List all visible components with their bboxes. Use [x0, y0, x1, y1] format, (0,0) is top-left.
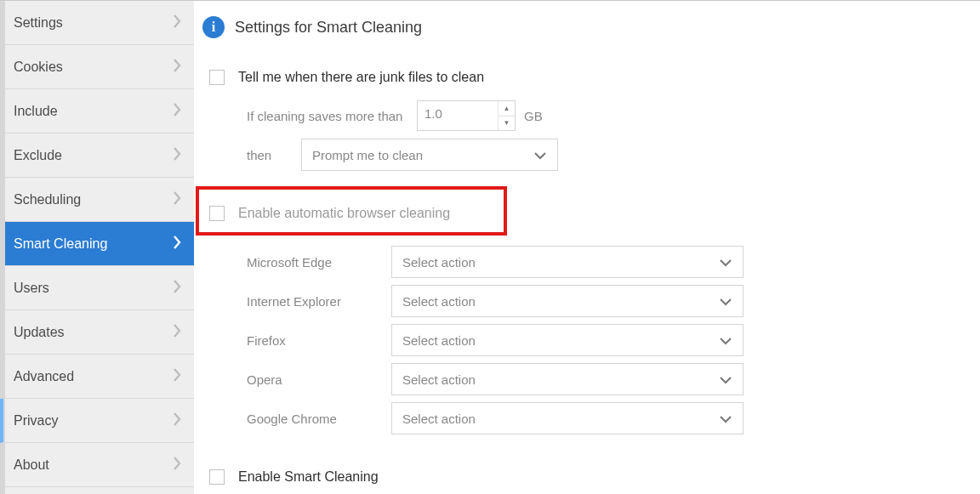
chevron-right-icon: [172, 146, 182, 164]
browser-action-select-chrome[interactable]: Select action: [391, 402, 744, 434]
browser-section: Enable automatic browser cleaning Micros…: [197, 195, 980, 438]
browser-action-text: Select action: [402, 255, 719, 270]
threshold-value: 1.0: [418, 101, 498, 130]
then-label: then: [247, 148, 301, 162]
sidebar-item-exclude[interactable]: Exclude: [5, 133, 194, 178]
sidebar-item-cookies[interactable]: Cookies: [5, 45, 194, 89]
browser-name: Firefox: [247, 333, 391, 348]
chevron-right-icon: [172, 235, 182, 253]
chevron-down-icon: [719, 333, 732, 348]
chevron-right-icon: [172, 323, 182, 341]
sidebar-item-users[interactable]: Users: [5, 266, 194, 310]
chevron-right-icon: [172, 367, 182, 385]
then-action-select[interactable]: Prompt me to clean: [301, 139, 558, 171]
browser-action-text: Select action: [402, 333, 719, 348]
sidebar-item-include[interactable]: Include: [5, 89, 194, 133]
chevron-down-icon: [719, 255, 732, 270]
sidebar-item-label: About: [14, 457, 172, 473]
spin-down-icon[interactable]: ▼: [499, 116, 515, 131]
sidebar-item-about[interactable]: About: [5, 443, 194, 487]
chevron-right-icon: [172, 190, 182, 208]
sidebar-item-label: Settings: [14, 15, 172, 31]
browser-checkbox-label: Enable automatic browser cleaning: [238, 206, 450, 221]
browser-action-select-firefox[interactable]: Select action: [391, 324, 744, 356]
chevron-right-icon: [172, 456, 182, 474]
chevron-down-icon: [719, 412, 732, 426]
browser-checkbox[interactable]: [209, 206, 225, 221]
browser-name: Opera: [247, 372, 391, 387]
browser-action-text: Select action: [402, 294, 719, 309]
threshold-label: If cleaning saves more than: [247, 109, 417, 123]
chevron-right-icon: [172, 102, 182, 120]
chevron-down-icon: [719, 294, 732, 309]
sidebar-item-label: Include: [14, 104, 172, 119]
junk-section: Tell me when there are junk files to cle…: [197, 59, 980, 174]
junk-checkbox-label: Tell me when there are junk files to cle…: [238, 70, 484, 85]
app: Settings Cookies Include Exclude Schedul…: [0, 0, 980, 494]
chevron-down-icon: [719, 372, 732, 387]
chevron-down-icon: [533, 148, 547, 162]
smart-section: Enable Smart Cleaning: [197, 458, 980, 494]
sidebar-item-label: Scheduling: [14, 192, 172, 207]
smart-checkbox[interactable]: [209, 469, 225, 485]
browser-name: Microsoft Edge: [247, 255, 391, 270]
sidebar-item-label: Privacy: [14, 413, 172, 429]
browser-action-select-edge[interactable]: Select action: [391, 246, 744, 278]
sidebar-item-label: Advanced: [14, 369, 172, 384]
spinner: ▲ ▼: [498, 101, 515, 130]
browser-name: Google Chrome: [247, 412, 391, 426]
info-icon: i: [202, 16, 225, 38]
sidebar-item-label: Users: [14, 281, 172, 296]
spin-up-icon[interactable]: ▲: [499, 101, 515, 116]
chevron-right-icon: [172, 58, 182, 76]
sidebar-item-label: Updates: [14, 325, 172, 340]
sidebar-item-privacy[interactable]: Privacy: [0, 399, 194, 443]
junk-checkbox[interactable]: [209, 70, 225, 85]
sidebar-item-label: Smart Cleaning: [14, 236, 172, 252]
sidebar-item-label: Cookies: [14, 60, 172, 75]
threshold-input[interactable]: 1.0 ▲ ▼: [417, 100, 516, 131]
browser-action-text: Select action: [402, 412, 719, 426]
chevron-right-icon: [172, 14, 182, 31]
sidebar-item-updates[interactable]: Updates: [5, 310, 194, 355]
browser-action-select-opera[interactable]: Select action: [391, 363, 744, 395]
sidebar-item-settings[interactable]: Settings: [5, 1, 194, 45]
browser-action-select-ie[interactable]: Select action: [391, 285, 744, 317]
sidebar-item-advanced[interactable]: Advanced: [5, 355, 194, 399]
sidebar: Settings Cookies Include Exclude Schedul…: [0, 1, 194, 494]
sidebar-item-smart-cleaning[interactable]: Smart Cleaning: [5, 222, 194, 266]
page-header: i Settings for Smart Cleaning: [197, 16, 980, 38]
threshold-unit: GB: [524, 109, 543, 123]
main-panel: i Settings for Smart Cleaning Tell me wh…: [194, 1, 980, 494]
then-action-text: Prompt me to clean: [312, 148, 533, 162]
chevron-right-icon: [172, 279, 182, 297]
smart-checkbox-label: Enable Smart Cleaning: [238, 469, 379, 485]
chevron-right-icon: [172, 412, 182, 429]
sidebar-item-label: Exclude: [14, 148, 172, 163]
browser-action-text: Select action: [402, 372, 719, 387]
browser-name: Internet Explorer: [247, 294, 391, 309]
page-title: Settings for Smart Cleaning: [235, 19, 422, 37]
sidebar-item-scheduling[interactable]: Scheduling: [5, 178, 194, 222]
